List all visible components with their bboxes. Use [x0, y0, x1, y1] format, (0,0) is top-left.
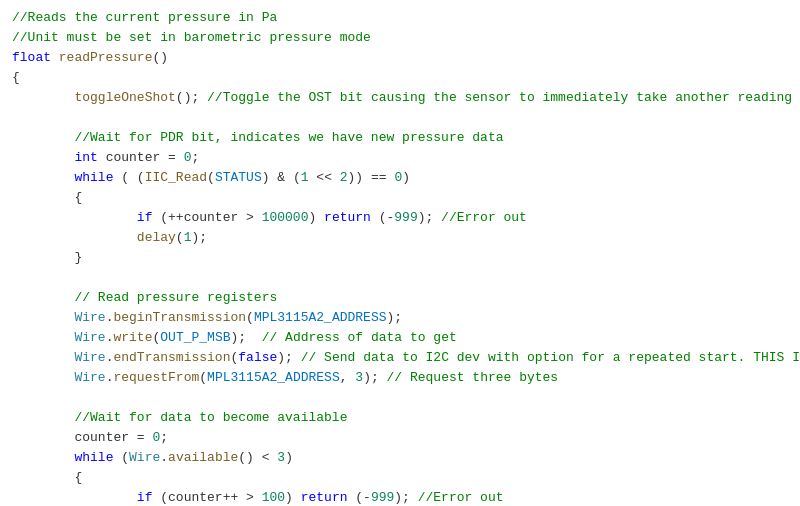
plain-text [12, 488, 137, 506]
code-line: while (Wire.available() < 3) [0, 448, 800, 468]
number: 0 [152, 428, 160, 448]
code-line: toggleOneShot(); //Toggle the OST bit ca… [0, 88, 800, 108]
method-name: available [168, 448, 238, 468]
plain-text: { [12, 468, 82, 488]
plain-text: ( [199, 368, 207, 388]
code-line: //Wait for PDR bit, indicates we have ne… [0, 128, 800, 148]
number: 1 [301, 168, 309, 188]
plain-text: ); [387, 308, 403, 328]
function-call: delay [137, 228, 176, 248]
number: 3 [355, 368, 363, 388]
number: 3 [277, 448, 285, 468]
macro: MPL3115A2_ADDRESS [207, 368, 340, 388]
number: 0 [184, 148, 192, 168]
plain-text: ( [152, 328, 160, 348]
comment-text: // Send data to I2C dev with option for … [301, 348, 800, 368]
code-line: delay(1); [0, 228, 800, 248]
plain-text: . [160, 448, 168, 468]
plain-text: ) [285, 448, 293, 468]
code-line: { [0, 68, 800, 88]
plain-text [12, 128, 74, 148]
plain-text: } [12, 248, 82, 268]
plain-text [12, 208, 137, 228]
plain-text: )) == [348, 168, 395, 188]
plain-text: ( [246, 308, 254, 328]
code-container: //Reads the current pressure in Pa //Uni… [0, 0, 800, 506]
plain-text: ); [191, 228, 207, 248]
comment-text: // Address of data to get [262, 328, 457, 348]
keyword: while [74, 168, 113, 188]
plain-text: ( [207, 168, 215, 188]
code-line: Wire.write(OUT_P_MSB); // Address of dat… [0, 328, 800, 348]
method-name: write [113, 328, 152, 348]
number: 100 [262, 488, 285, 506]
code-line: // Read pressure registers [0, 288, 800, 308]
comment-text: // Request three bytes [387, 368, 559, 388]
comment-text: // Read pressure registers [74, 288, 277, 308]
code-line [0, 108, 800, 128]
keyword: return [301, 488, 356, 506]
comment-text: //Wait for data to become available [74, 408, 347, 428]
plain-text: ) [285, 488, 301, 506]
comment-text: //Toggle the OST bit causing the sensor … [207, 88, 792, 108]
macro: STATUS [215, 168, 262, 188]
plain-text: ( [113, 448, 129, 468]
plain-text: () [152, 48, 168, 68]
code-line: Wire.requestFrom(MPL3115A2_ADDRESS, 3); … [0, 368, 800, 388]
function-call: toggleOneShot [74, 88, 175, 108]
plain-text: ); [231, 328, 262, 348]
keyword: return [324, 208, 379, 228]
number: 999 [371, 488, 394, 506]
number: 2 [340, 168, 348, 188]
plain-text: { [12, 188, 82, 208]
code-line: counter = 0; [0, 428, 800, 448]
method-name: requestFrom [113, 368, 199, 388]
code-line: float readPressure() [0, 48, 800, 68]
plain-text [12, 148, 74, 168]
code-line: { [0, 188, 800, 208]
plain-text: (++counter > [160, 208, 261, 228]
plain-text: (); [176, 88, 207, 108]
macro: MPL3115A2_ADDRESS [254, 308, 387, 328]
code-line: int counter = 0; [0, 148, 800, 168]
code-line: Wire.endTransmission(false); // Send dat… [0, 348, 800, 368]
plain-text [12, 168, 74, 188]
plain-text: { [12, 68, 20, 88]
plain-text: ) [402, 168, 410, 188]
number: 1 [184, 228, 192, 248]
function-call: IIC_Read [145, 168, 207, 188]
plain-text [12, 328, 74, 348]
plain-text: ; [191, 148, 199, 168]
plain-text: . [106, 368, 114, 388]
plain-text: . [106, 348, 114, 368]
function-name: readPressure [59, 48, 153, 68]
comment-text: //Reads the current pressure in Pa [12, 8, 277, 28]
object-name: Wire [74, 348, 105, 368]
object-name: Wire [74, 328, 105, 348]
plain-text: ( [230, 348, 238, 368]
keyword: if [137, 208, 160, 228]
code-line: //Unit must be set in barometric pressur… [0, 28, 800, 48]
plain-text: ); [277, 348, 300, 368]
plain-text: ( ( [113, 168, 144, 188]
code-line [0, 268, 800, 288]
plain-text: (- [355, 488, 371, 506]
keyword: if [137, 488, 160, 506]
plain-text: , [340, 368, 356, 388]
object-name: Wire [74, 368, 105, 388]
plain-text [12, 88, 74, 108]
plain-text: counter = [106, 148, 184, 168]
plain-text [12, 288, 74, 308]
plain-text: . [106, 308, 114, 328]
code-line [0, 388, 800, 408]
macro: OUT_P_MSB [160, 328, 230, 348]
plain-text: ) [308, 208, 324, 228]
code-line: //Wait for data to become available [0, 408, 800, 428]
number: 0 [394, 168, 402, 188]
plain-text [12, 408, 74, 428]
keyword: float [12, 48, 59, 68]
plain-text [12, 368, 74, 388]
plain-text: ( [176, 228, 184, 248]
plain-text: (- [379, 208, 395, 228]
plain-text: ); [394, 488, 417, 506]
